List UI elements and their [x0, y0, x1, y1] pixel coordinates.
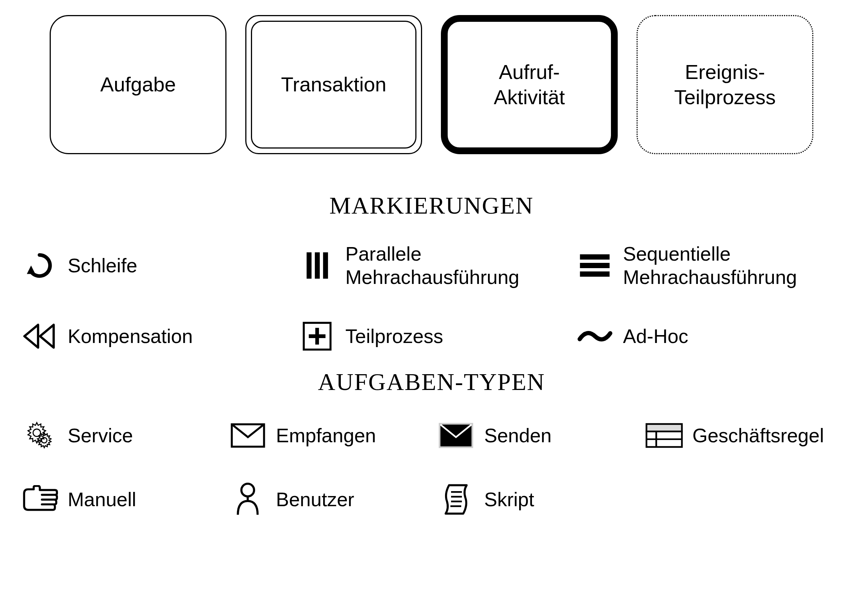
- compensation-icon: [19, 319, 60, 353]
- parallel-label: ParalleleMehrachausführung: [345, 242, 567, 289]
- svg-rect-17: [646, 424, 682, 431]
- transaction-box-label: Transaktion: [281, 72, 386, 97]
- svg-rect-6: [580, 272, 610, 277]
- svg-marker-8: [40, 325, 53, 347]
- tasktypes-grid: Service Empfangen Senden Geschäftsregel …: [15, 418, 848, 516]
- receive-icon: [227, 418, 269, 453]
- user-icon: [227, 482, 269, 516]
- sequential-label: SequentielleMehrachausführung: [623, 242, 844, 289]
- sequential-icon: [574, 248, 615, 283]
- service-icon: [19, 418, 60, 453]
- businessrule-label: Geschäftsregel: [693, 424, 844, 447]
- subprocess-icon: [296, 319, 338, 353]
- task-box: Aufgabe: [50, 15, 226, 154]
- send-label: Senden: [484, 424, 636, 447]
- markers-grid: Schleife ParalleleMehrachausführung Sequ…: [15, 242, 848, 353]
- svg-point-12: [33, 429, 41, 437]
- compensation-label: Kompensation: [68, 325, 289, 348]
- svg-point-21: [242, 484, 254, 497]
- svg-rect-3: [323, 252, 328, 279]
- call-activity-box: Aufruf-Aktivität: [441, 15, 618, 154]
- event-subprocess-box: Ereignis-Teilprozess: [637, 15, 813, 154]
- svg-point-13: [41, 437, 47, 443]
- script-icon: [435, 482, 477, 516]
- adhoc-icon: [574, 319, 615, 353]
- parallel-icon: [296, 248, 338, 283]
- event-subprocess-label: Ereignis-Teilprozess: [674, 60, 776, 110]
- transaction-box: Transaktion: [245, 15, 422, 154]
- script-label: Skript: [484, 488, 636, 511]
- svg-rect-2: [315, 252, 320, 279]
- markers-heading: MARKIERUNGEN: [15, 192, 848, 220]
- call-activity-label: Aufruf-Aktivität: [494, 60, 565, 110]
- task-box-label: Aufgabe: [100, 72, 176, 97]
- svg-rect-4: [580, 255, 610, 260]
- manual-label: Manuell: [68, 488, 220, 511]
- svg-marker-0: [27, 266, 35, 274]
- svg-marker-7: [24, 325, 38, 347]
- svg-rect-5: [580, 263, 610, 268]
- adhoc-label: Ad-Hoc: [623, 325, 844, 348]
- businessrule-icon: [644, 418, 685, 453]
- tasktypes-heading: AUFGABEN-TYPEN: [15, 368, 848, 396]
- loop-icon: [19, 248, 60, 283]
- user-label: Benutzer: [276, 488, 428, 511]
- send-icon: [435, 418, 477, 453]
- loop-label: Schleife: [68, 254, 289, 277]
- activity-boxes-row: Aufgabe Transaktion Aufruf-Aktivität Ere…: [15, 15, 848, 154]
- manual-icon: [19, 482, 60, 516]
- svg-rect-1: [307, 252, 311, 279]
- service-label: Service: [68, 424, 220, 447]
- receive-label: Empfangen: [276, 424, 428, 447]
- subprocess-label: Teilprozess: [345, 325, 567, 348]
